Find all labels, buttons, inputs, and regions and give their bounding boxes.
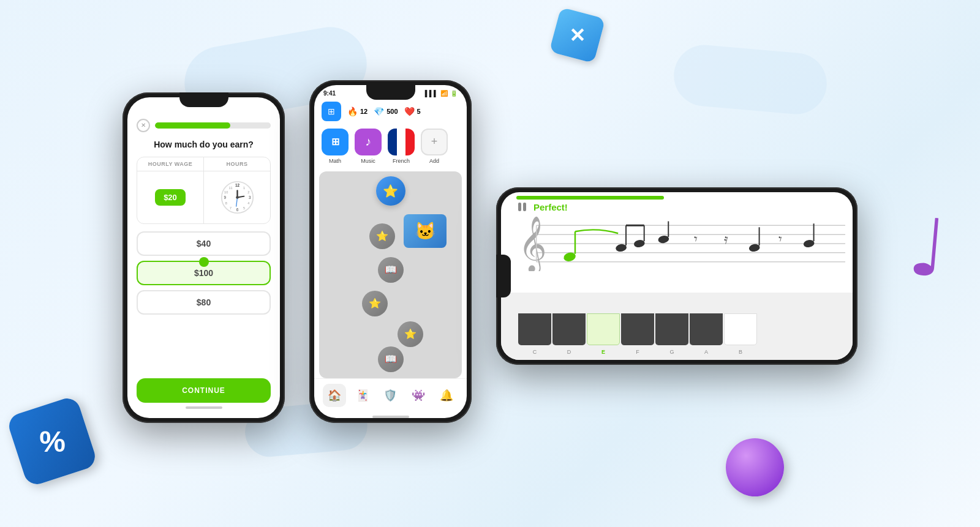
phone2-home-indicator [372,416,409,418]
key-c-label: C [533,349,537,355]
hours-col-header: HOURS [204,157,270,171]
gem-icon: 💎 [374,107,384,116]
svg-text:6: 6 [236,207,238,211]
key-e-label: E [601,349,605,355]
key-group-e[interactable]: E [587,295,620,355]
svg-text:9: 9 [224,195,226,200]
phone2: 9:41 ▌▌▌ 📶 🔋 ⊞ 🔥 12 [309,80,472,423]
phone1: ✕ How much do you earn? HOURLY WAGE HOUR… [123,92,285,423]
phone2-bottom-nav: 🏠 🃏 🛡️ 👾 🔔 [314,378,467,412]
key-group-g[interactable]: G [655,295,688,355]
game-character: 🐱 [404,214,447,248]
continue-button[interactable]: CONTINUE [137,378,271,403]
key-group-c[interactable]: C [518,295,551,355]
map-node-star-1[interactable]: ⭐ [369,223,395,249]
key-group-d[interactable]: D [552,295,586,355]
nav-bell[interactable]: 🔔 [435,384,458,407]
flame-icon: 🔥 [347,107,358,116]
option-80[interactable]: $80 [137,290,271,315]
calculator-icon: ⊞ [322,102,341,121]
math-symbol: ⊞ [331,136,339,148]
battery-icon: 🔋 [450,90,458,97]
signal-icon: ▌▌▌ [425,90,438,97]
status-icons: ▌▌▌ 📶 🔋 [425,90,458,97]
svg-text:2: 2 [247,190,249,194]
svg-point-31 [658,234,670,244]
phone2-screen: 9:41 ▌▌▌ 📶 🔋 ⊞ 🔥 12 [314,85,467,418]
key-f-label: F [636,349,639,355]
nav-shield[interactable]: 🛡️ [379,384,402,407]
map-node-book-2[interactable]: 📖 [378,346,404,372]
svg-text:8: 8 [225,201,227,205]
svg-text:5: 5 [243,206,244,209]
wage-col-header: HOURLY WAGE [137,157,204,171]
option-40[interactable]: $40 [137,231,271,256]
answer-options: $40 $100 $80 [137,231,271,315]
subject-french[interactable]: French [388,129,415,164]
phone1-notch [179,92,228,107]
key-d-label: D [567,349,571,355]
map-node-active[interactable]: ⭐ [376,176,405,206]
staff-svg: 𝄞 [518,216,845,271]
svg-text:1: 1 [243,185,244,189]
close-button[interactable]: ✕ [137,119,150,132]
french-label: French [393,158,410,164]
nav-cards[interactable]: 🃏 [351,384,374,407]
key-g-label: G [669,349,674,355]
perfect-label: Perfect! [533,202,568,212]
subject-add[interactable]: + Add [421,129,448,164]
flag-white [397,129,406,155]
pause-button[interactable] [518,203,526,211]
nav-home[interactable]: 🏠 [323,384,346,407]
subject-icons: ⊞ Math ♪ Music [314,126,467,171]
wage-table-header: HOURLY WAGE HOURS [137,157,270,171]
key-a-label: A [704,349,708,355]
svg-text:4: 4 [247,201,249,205]
streak-badge: 🔥 12 [347,107,368,116]
wage-value-cell: $20 [137,171,204,223]
svg-text:3: 3 [248,195,251,200]
wage-table-body: $20 12 3 6 9 1 [137,171,270,223]
svg-text:𝄾: 𝄾 [694,236,698,242]
phone1-top-bar: ✕ [137,119,271,132]
key-b-label: B [739,349,742,355]
svg-point-16 [236,196,239,199]
clock-icon: 12 3 6 9 1 2 4 5 7 8 10 [221,181,254,214]
phone1-screen: ✕ How much do you earn? HOURLY WAGE HOUR… [127,97,280,418]
add-label: Add [429,158,439,164]
key-group-a[interactable]: A [690,295,723,355]
subject-math[interactable]: ⊞ Math [322,129,349,164]
piano-keyboard: C D E [501,293,853,360]
svg-text:11: 11 [228,185,232,189]
phone2-top-stats: ⊞ 🔥 12 💎 500 ❤️ 5 [314,99,467,126]
map-node-star-2[interactable]: ⭐ [362,291,388,316]
svg-point-38 [803,239,815,248]
map-area: ⭐ 🐱 ⭐ [319,171,462,378]
wage-table: HOURLY WAGE HOURS $20 12 [137,157,271,224]
progress-fill [155,122,230,129]
nav-avatar[interactable]: 👾 [407,384,430,407]
music-icon-box: ♪ [355,129,382,155]
home-indicator [186,406,222,409]
math-icon-box: ⊞ [322,129,349,155]
gems-badge: 💎 500 [374,107,398,116]
key-group-b[interactable]: B [724,295,757,355]
svg-text:10: 10 [224,190,228,194]
phone3: Perfect! 𝄞 [496,187,858,365]
wifi-icon: 📶 [440,90,448,97]
add-symbol: + [431,135,438,148]
sheet-music-area: 𝄞 [501,214,853,293]
svg-text:𝄿: 𝄿 [724,236,728,244]
svg-point-35 [748,243,761,252]
music-symbol: ♪ [365,135,371,149]
svg-text:𝄾: 𝄾 [778,236,782,242]
music-label: Music [361,158,375,164]
phone3-header-row: Perfect! [501,200,853,214]
map-node-star-3[interactable]: ⭐ [398,321,423,347]
option-100[interactable]: $100 [137,261,271,285]
map-node-book-1[interactable]: 📖 [378,257,404,283]
svg-point-28 [633,239,646,248]
wage-value: $20 [155,189,186,206]
subject-music[interactable]: ♪ Music [355,129,382,164]
key-group-f[interactable]: F [621,295,654,355]
